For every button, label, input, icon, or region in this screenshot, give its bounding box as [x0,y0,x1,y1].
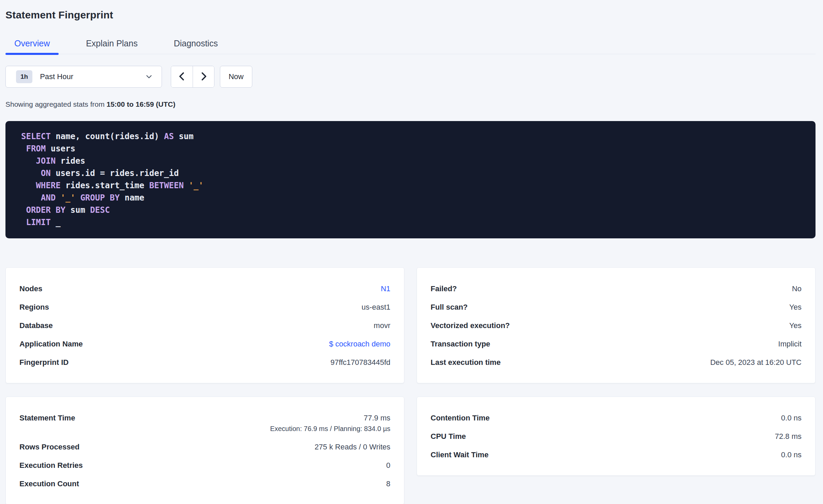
sql-keyword: JOIN [36,156,56,166]
card-row: CPU Time72.8 ms [431,427,802,445]
row-value-group: Yes [789,321,802,330]
row-label: Full scan? [431,302,468,312]
stats-line-range: 15:00 to 16:59 (UTC) [107,100,176,108]
time-range-dropdown[interactable]: 1h Past Hour [5,66,162,88]
row-value-link[interactable]: $ cockroach demo [329,339,390,349]
chevron-down-icon [145,72,153,81]
sql-text [21,205,26,215]
row-value: Implicit [778,339,802,349]
card-row: Fingerprint ID97ffc170783445fd [19,353,390,371]
sql-text [56,193,60,203]
card-execution-attributes: Failed?NoFull scan?YesVectorized executi… [417,267,815,383]
time-nav-button-group [171,66,214,88]
card-row: Regionsus-east1 [19,298,390,316]
row-value: 275 k Reads / 0 Writes [315,442,390,451]
interval-badge: 1h [16,70,32,83]
row-label: Rows Processed [19,442,79,451]
sql-keyword: LIMIT [26,218,50,227]
row-value-group: Dec 05, 2023 at 16:20 UTC [710,358,802,367]
card-node-info: NodesN1Regionsus-east1DatabasemovrApplic… [5,267,404,383]
sql-text [21,193,41,203]
sql-keyword: DESC [90,205,110,215]
sql-literal: '_' [61,193,75,203]
row-value-group: 275 k Reads / 0 Writes [315,442,390,451]
row-label: Regions [19,302,49,312]
card-row: Failed?No [431,279,802,298]
row-label: Vectorized execution? [431,321,510,330]
prev-time-button[interactable] [171,66,193,87]
row-value-group: 97ffc170783445fd [330,358,390,367]
sql-text: rides [56,156,85,166]
row-value-link[interactable]: N1 [381,284,390,293]
row-value: 0.0 ns [781,450,802,459]
card-row: Statement Time77.9 msExecution: 76.9 ms … [19,409,390,438]
sql-text: users.id = rides.rider_id [51,168,179,178]
row-label: Transaction type [431,339,490,349]
statement-fingerprint-page: Statement Fingerprint Overview Explain P… [0,0,823,504]
sql-statement-box: SELECT name, count(rides.id) AS sum FROM… [5,121,815,238]
sql-literal: '_' [189,181,203,190]
tab-overview[interactable]: Overview [5,38,59,54]
card-timing-statistics: Contention Time0.0 nsCPU Time72.8 msClie… [417,397,815,476]
card-row: Full scan?Yes [431,298,802,316]
summary-cards: NodesN1Regionsus-east1DatabasemovrApplic… [5,267,815,504]
sql-text: sum [174,132,194,141]
row-label: Statement Time [19,413,75,423]
sql-keyword: AND [41,193,56,203]
card-row: Rows Processed275 k Reads / 0 Writes [19,438,390,456]
row-value-group: 0 [386,461,390,470]
sql-keyword: GROUP BY [80,193,120,203]
sql-text [21,168,41,178]
page-title: Statement Fingerprint [5,9,815,21]
sql-text: _ [51,218,61,227]
chevron-left-icon [177,71,187,83]
row-value-group: 0.0 ns [781,413,802,423]
card-row: Client Wait Time0.0 ns [431,445,802,464]
sql-text [21,144,26,153]
now-button[interactable]: Now [220,66,252,88]
row-value-group: No [792,284,802,293]
sql-text: name, count(rides.id) [51,132,164,141]
sql-text: sum [65,205,90,215]
tab-bar: Overview Explain Plans Diagnostics [5,38,815,54]
row-value: 0.0 ns [781,413,802,423]
sql-code: SELECT name, count(rides.id) AS sum FROM… [21,130,800,228]
row-label: Last execution time [431,358,500,367]
sql-text [21,181,36,190]
row-value: No [792,284,802,293]
row-value-group: N1 [381,284,390,293]
row-value-group: 77.9 msExecution: 76.9 ms / Planning: 83… [270,413,390,433]
row-label: Execution Count [19,479,79,488]
sql-keyword: FROM [26,144,46,153]
row-value-group: movr [374,321,390,330]
row-value: Dec 05, 2023 at 16:20 UTC [710,358,802,367]
tab-diagnostics[interactable]: Diagnostics [165,38,227,54]
card-row: Application Name$ cockroach demo [19,335,390,353]
row-subvalue: Execution: 76.9 ms / Planning: 834.0 µs [270,425,390,433]
row-value: 77.9 ms [270,413,390,423]
row-value: 0 [386,461,390,470]
sql-keyword: AS [164,132,174,141]
card-row: Transaction typeImplicit [431,335,802,353]
card-row: Contention Time0.0 ns [431,409,802,427]
row-value: Yes [789,321,802,330]
row-value-group: 8 [386,479,390,488]
card-row: Execution Count8 [19,474,390,493]
card-row: Databasemovr [19,316,390,335]
sql-keyword: WHERE [36,181,60,190]
next-time-button[interactable] [193,66,214,87]
row-label: Failed? [431,284,457,293]
row-label: Application Name [19,339,83,349]
sql-keyword: ON [41,168,51,178]
tab-explain-plans[interactable]: Explain Plans [77,38,146,54]
row-value: 8 [386,479,390,488]
card-row: NodesN1 [19,279,390,298]
row-label: CPU Time [431,432,466,441]
sql-text: name [120,193,144,203]
aggregated-stats-line: Showing aggregated stats from 15:00 to 1… [5,100,815,109]
row-value-group: us-east1 [362,302,390,312]
row-value-group: 0.0 ns [781,450,802,459]
row-label: Fingerprint ID [19,358,69,367]
sql-text [184,181,189,190]
stats-line-prefix: Showing aggregated stats from [5,100,107,108]
